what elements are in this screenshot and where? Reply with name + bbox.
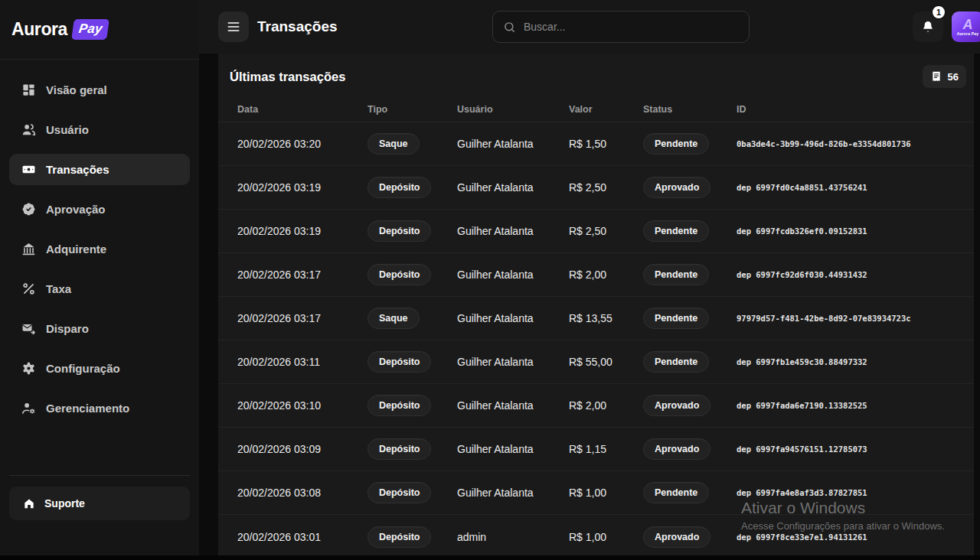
sidebar-item-label: Configuração xyxy=(46,362,120,375)
banknote-icon xyxy=(21,162,36,177)
sidebar-item-label: Visão geral xyxy=(46,83,107,96)
cell-status: Pendente xyxy=(643,308,737,329)
cell-date: 20/02/2026 03:01 xyxy=(237,531,368,543)
card-header: Últimas transações 56 xyxy=(218,64,974,89)
cell-id: dep_6997fada6e7190.13382525 xyxy=(737,401,962,410)
cell-status: Pendente xyxy=(643,220,737,242)
sidebar-item-label: Disparo xyxy=(46,322,89,335)
sidebar-item-gerenciamento[interactable]: Gerenciamento xyxy=(9,392,190,424)
status-badge: Pendente xyxy=(643,308,709,329)
cell-date: 20/02/2026 03:17 xyxy=(237,312,368,324)
sidebar-item-label: Adquirente xyxy=(46,243,106,256)
type-badge: Depósito xyxy=(368,395,431,416)
cell-user: Guilher Atalanta xyxy=(457,225,569,237)
cell-user: Guilher Atalanta xyxy=(457,487,569,499)
table-row[interactable]: 20/02/2026 03:19DepósitoGuilher Atalanta… xyxy=(218,166,974,210)
home-icon xyxy=(23,497,35,510)
table-row[interactable]: 20/02/2026 03:01DepósitoadminR$ 1,00Apro… xyxy=(218,515,974,558)
sidebar-item-adquirente[interactable]: Adquirente xyxy=(9,233,190,265)
sidebar-item-taxa[interactable]: Taxa xyxy=(9,273,190,304)
menu-button[interactable] xyxy=(218,11,249,42)
type-badge: Depósito xyxy=(368,264,431,285)
bank-icon xyxy=(21,242,36,256)
cell-id: dep_6997fcdb326ef0.09152831 xyxy=(737,226,962,236)
table-row[interactable]: 20/02/2026 03:10DepósitoGuilher Atalanta… xyxy=(218,384,974,428)
transactions-count: 56 xyxy=(948,71,959,83)
avatar-caption: Aurora Pay xyxy=(957,31,979,36)
cell-user: Guilher Atalanta xyxy=(457,181,569,194)
topbar: Transações 1 A Aurora Pay xyxy=(199,0,980,54)
cell-value: R$ 1,15 xyxy=(569,443,643,455)
type-badge: Saque xyxy=(368,308,420,329)
search-input[interactable] xyxy=(524,21,739,33)
table-row[interactable]: 20/02/2026 03:17DepósitoGuilher Atalanta… xyxy=(218,253,974,297)
table-row[interactable]: 20/02/2026 03:08DepósitoGuilher Atalanta… xyxy=(218,471,974,515)
cell-type: Depósito xyxy=(368,264,457,285)
type-badge: Depósito xyxy=(368,220,431,242)
support-label: Suporte xyxy=(44,497,85,510)
brand-badge: Pay xyxy=(71,19,109,40)
table-row[interactable]: 20/02/2026 03:20SaqueGuilher AtalantaR$ … xyxy=(218,122,974,166)
type-badge: Depósito xyxy=(368,482,431,503)
sidebar-item-visao-geral[interactable]: Visão geral xyxy=(9,74,190,106)
table-row[interactable]: 20/02/2026 03:19DepósitoGuilher Atalanta… xyxy=(218,210,974,253)
cell-user: Guilher Atalanta xyxy=(457,269,569,281)
cell-value: R$ 13,55 xyxy=(569,312,643,324)
content-area: Últimas transações 56 Data Tipo Usuário … xyxy=(199,54,980,560)
section-title: Últimas transações xyxy=(230,70,345,84)
brand-logo: Aurora Pay xyxy=(0,0,199,60)
bell-icon xyxy=(921,20,935,34)
brand-name: Aurora xyxy=(11,19,67,40)
column-header-usuario: Usuário xyxy=(457,104,569,115)
sidebar-item-transacoes[interactable]: Transações xyxy=(9,154,190,185)
sidebar-item-disparo[interactable]: Disparo xyxy=(9,313,190,344)
cell-status: Aprovado xyxy=(643,438,737,460)
status-badge: Pendente xyxy=(643,482,709,503)
cell-type: Depósito xyxy=(368,526,457,548)
status-badge: Aprovado xyxy=(643,177,710,198)
type-badge: Depósito xyxy=(368,177,431,198)
avatar-letter: A xyxy=(963,18,973,31)
mail-send-icon xyxy=(21,321,36,336)
cell-id: dep_6997fd0c4a8851.43756241 xyxy=(737,183,962,192)
status-badge: Pendente xyxy=(643,264,709,285)
table-row[interactable]: 20/02/2026 03:11DepósitoGuilher Atalanta… xyxy=(218,340,974,384)
dashboard-icon xyxy=(21,83,36,97)
cell-value: R$ 2,00 xyxy=(569,269,643,281)
cell-value: R$ 1,00 xyxy=(569,531,643,543)
main-area: Transações 1 A Aurora Pay Última xyxy=(199,0,980,560)
cell-user: Guilher Atalanta xyxy=(457,138,569,150)
table-row[interactable]: 20/02/2026 03:17SaqueGuilher AtalantaR$ … xyxy=(218,297,974,340)
cell-type: Depósito xyxy=(368,482,457,503)
cell-value: R$ 2,50 xyxy=(569,225,643,237)
cell-id: dep_6997fa94576151.12785073 xyxy=(737,444,962,454)
cell-id: 0ba3de4c-3b99-496d-826b-e3354d801736 xyxy=(737,139,962,148)
sidebar-item-label: Taxa xyxy=(46,282,71,295)
support-button[interactable]: Suporte xyxy=(9,487,190,520)
cell-type: Depósito xyxy=(368,220,457,242)
cell-type: Depósito xyxy=(368,395,457,416)
column-header-tipo: Tipo xyxy=(368,104,457,115)
cell-status: Aprovado xyxy=(643,395,737,416)
hamburger-icon xyxy=(226,19,241,34)
sidebar-item-usuario[interactable]: Usuário xyxy=(9,114,190,145)
avatar[interactable]: A Aurora Pay xyxy=(952,11,980,42)
sidebar-item-configuracao[interactable]: Configuração xyxy=(9,353,190,384)
type-badge: Depósito xyxy=(368,438,431,460)
receipt-icon xyxy=(930,70,942,83)
type-badge: Depósito xyxy=(368,526,431,548)
sidebar-item-label: Transações xyxy=(46,163,109,176)
sidebar-item-label: Aprovação xyxy=(46,203,106,216)
page-title: Transações xyxy=(257,18,338,35)
cell-value: R$ 55,00 xyxy=(569,356,643,368)
user-gear-icon xyxy=(21,401,36,415)
cell-id: dep_6997fc92d6f030.44931432 xyxy=(737,270,962,279)
cell-type: Saque xyxy=(368,308,457,329)
cell-date: 20/02/2026 03:08 xyxy=(237,487,368,499)
table-row[interactable]: 20/02/2026 03:09DepósitoGuilher Atalanta… xyxy=(218,428,974,471)
column-header-data: Data xyxy=(237,104,368,115)
status-badge: Pendente xyxy=(643,351,709,373)
sidebar: Aurora Pay Visão geralUsuárioTransaçõesA… xyxy=(0,0,199,560)
cell-status: Aprovado xyxy=(643,177,737,198)
sidebar-item-aprovacao[interactable]: Aprovação xyxy=(9,194,190,225)
